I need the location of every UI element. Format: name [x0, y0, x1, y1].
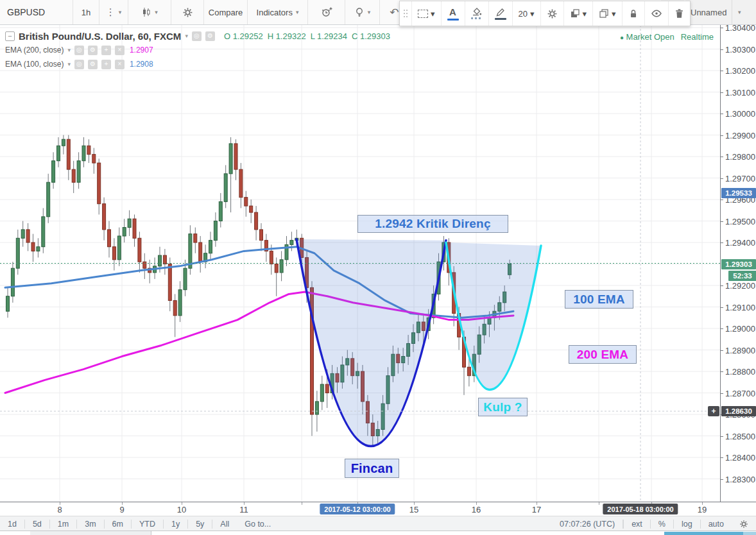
price-tick-label: 1.28500 [725, 432, 755, 441]
toggle-ext[interactable]: ext [623, 520, 650, 529]
toggle-percent[interactable]: % [650, 520, 673, 529]
clone-button[interactable]: ▾ [593, 1, 623, 26]
panel-tab[interactable] [121, 531, 151, 535]
delete-button[interactable] [669, 1, 690, 26]
annotation-box[interactable]: 200 EMA [569, 345, 637, 364]
ideas-button[interactable]: ▾ [345, 0, 380, 24]
range-button-1d[interactable]: 1d [0, 520, 25, 529]
annotation-box[interactable]: 1.2942 Kritik Direnç [357, 215, 508, 233]
time-tick-label: 15 [409, 505, 418, 514]
toggle-auto[interactable]: auto [700, 520, 732, 529]
candle-up [37, 247, 40, 251]
compare-button[interactable]: Compare [204, 0, 248, 24]
hide-button[interactable] [645, 1, 669, 26]
indicators-button[interactable]: Indicators ▾ [248, 0, 308, 24]
font-size-select[interactable]: 20 ▾ [513, 1, 541, 26]
candle-up [62, 139, 65, 146]
line-color-swatch [495, 18, 506, 20]
anchor-style-button[interactable]: ▾ [412, 1, 442, 26]
study-close-icon[interactable]: × [115, 46, 125, 55]
range-button-3m[interactable]: 3m [77, 520, 104, 529]
chevron-down-icon[interactable]: ▾ [67, 61, 71, 67]
chart-settings-button[interactable] [171, 0, 204, 24]
drawing-settings-button[interactable] [541, 1, 564, 26]
study-gear-icon[interactable]: ⚙ [88, 60, 98, 69]
chevron-down-icon: ▾ [530, 9, 535, 19]
study-close-icon[interactable]: × [115, 60, 125, 69]
line-color-button[interactable] [489, 1, 513, 26]
series-settings-icon[interactable]: ⚙ [205, 31, 215, 41]
toolbar-drag-handle[interactable] [400, 1, 412, 26]
study-add-icon[interactable]: + [101, 60, 111, 69]
range-button-all[interactable]: All [212, 520, 237, 529]
time-tick-label: 11 [239, 505, 248, 514]
panel-tab[interactable] [90, 531, 121, 535]
interval-button[interactable]: 1h [73, 0, 99, 24]
time-tick [599, 502, 599, 505]
price-tick-label: 1.28900 [725, 346, 755, 355]
toggle-visibility-icon[interactable]: ◎ [192, 31, 202, 41]
study-gear-icon[interactable]: ⚙ [88, 46, 98, 55]
panel-tab[interactable] [0, 531, 31, 535]
study-eye-icon[interactable]: ◎ [74, 46, 84, 55]
candle-down [163, 255, 166, 264]
price-tick-label: 1.30100 [725, 88, 755, 98]
price-tick [721, 479, 723, 480]
layout-switcher[interactable]: Unnamed ▾ [685, 0, 756, 25]
range-button-5d[interactable]: 5d [25, 520, 50, 529]
candle-down [133, 219, 136, 238]
axis-settings-button[interactable] [732, 520, 756, 529]
range-button-6m[interactable]: 6m [105, 520, 132, 529]
layout-name-label: Unnamed [685, 8, 732, 17]
chevron-down-icon: ▾ [583, 9, 587, 19]
price-tick-label: 1.28800 [725, 367, 755, 377]
price-tick [721, 285, 723, 286]
fill-color-button[interactable] [465, 1, 489, 26]
bottom-panel-edge [0, 531, 756, 535]
chevron-down-icon[interactable]: ▾ [732, 0, 746, 24]
annotation-box[interactable]: 100 EMA [565, 290, 633, 309]
horizontal-scrollbar-tail[interactable] [743, 532, 756, 535]
annotation-box[interactable]: Fincan [345, 459, 399, 478]
range-button-5y[interactable]: 5y [188, 520, 212, 529]
goto-label: Go to... [245, 520, 271, 529]
trash-icon [674, 8, 684, 19]
add-alert-button[interactable] [308, 0, 345, 24]
goto-button[interactable]: Go to... [237, 520, 279, 529]
drag-dots-icon [403, 8, 408, 19]
dashed-rect-icon [418, 10, 428, 18]
collapse-legend-icon[interactable]: − [5, 31, 15, 41]
undo-icon[interactable]: ↶ [390, 6, 399, 19]
text-color-icon: A [449, 6, 456, 17]
horizontal-scrollbar[interactable] [664, 532, 743, 535]
chevron-down-icon[interactable]: ▾ [185, 33, 188, 39]
range-button-ytd[interactable]: YTD [132, 520, 164, 529]
chevron-down-icon: ▾ [296, 9, 299, 15]
interval-menu-button[interactable]: ⋮ ▾ [99, 0, 128, 24]
panel-tab[interactable] [30, 531, 61, 535]
order-button[interactable]: ▾ [564, 1, 594, 26]
toggle-log[interactable]: log [673, 520, 700, 529]
panel-tab[interactable] [60, 531, 91, 535]
study-eye-icon[interactable]: ◎ [74, 60, 84, 69]
range-button-1m[interactable]: 1m [50, 520, 77, 529]
gear-icon [182, 7, 193, 18]
annotation-box[interactable]: Kulp ? [478, 398, 528, 416]
price-chart[interactable] [0, 25, 720, 502]
range-button-1y[interactable]: 1y [164, 520, 188, 529]
lock-button[interactable] [623, 1, 645, 26]
gear-icon [739, 520, 748, 529]
price-tick [721, 157, 723, 157]
chevron-down-icon[interactable]: ▾ [67, 47, 71, 53]
study-add-icon[interactable]: + [101, 46, 111, 55]
price-axis[interactable]: 1.304001.303001.302001.301001.300001.299… [720, 25, 756, 502]
text-color-button[interactable]: A [442, 1, 465, 26]
symbol-button[interactable]: GBPUSD [0, 0, 73, 24]
clock-label[interactable]: 07:07:26 (UTC) [552, 520, 623, 529]
chart-style-button[interactable]: ▾ [128, 0, 171, 24]
time-axis[interactable]: 891011151617192017-05-12 03:00:002017-05… [0, 502, 756, 516]
ohlc-item: L 1.29234 [311, 31, 347, 41]
time-tick-label: 8 [57, 505, 62, 514]
alarm-add-icon [321, 6, 332, 18]
add-alert-plus-button[interactable]: + [708, 406, 719, 416]
